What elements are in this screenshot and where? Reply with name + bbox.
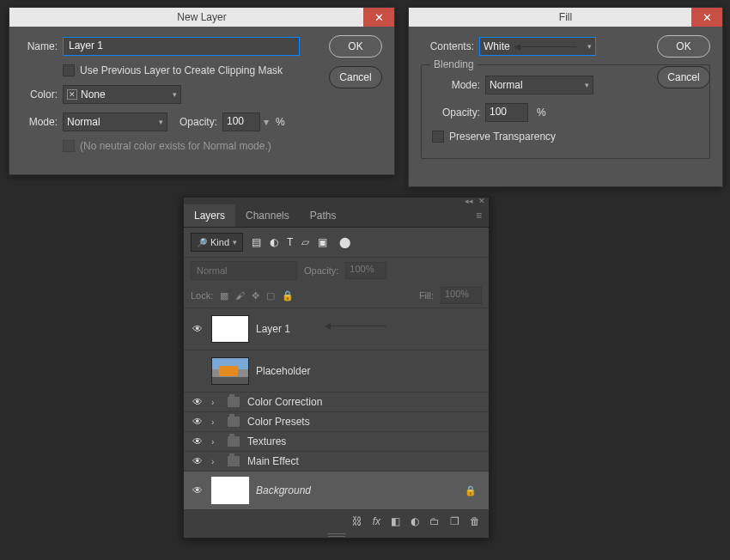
lock-pixels-icon[interactable]: 🖌 <box>235 290 245 301</box>
folder-icon <box>227 416 240 428</box>
lock-transparency-icon[interactable]: ▩ <box>220 290 228 301</box>
ok-button[interactable]: OK <box>657 35 710 58</box>
folder-icon <box>227 435 240 447</box>
preserve-transparency-label: Preserve Transparency <box>449 131 556 143</box>
blend-row: Normal Opacity: 100% <box>184 258 489 283</box>
filter-pixel-icon[interactable]: ▤ <box>252 236 261 248</box>
folder-icon <box>227 396 240 408</box>
neutral-note: (No neutral color exists for Normal mode… <box>80 140 271 152</box>
new-layer-icon[interactable]: ❐ <box>450 515 459 527</box>
percent-label: % <box>537 107 546 119</box>
opacity-label: Opacity: <box>432 107 480 119</box>
trash-icon[interactable]: 🗑 <box>470 515 480 527</box>
layer-group-row[interactable]: 👁 › Color Correction <box>184 393 489 412</box>
lock-icon[interactable]: 🔒 <box>465 485 477 496</box>
filter-kind-label: Kind <box>210 237 229 247</box>
layer-row[interactable]: 👁 Layer 1 <box>184 308 489 350</box>
ok-button[interactable]: OK <box>329 35 382 58</box>
color-value: None <box>81 88 106 100</box>
opacity-input-disabled: 100% <box>345 262 386 279</box>
layer-group-row[interactable]: 👁 › Main Effect <box>184 452 489 472</box>
filter-smart-icon[interactable]: ▣ <box>318 236 327 248</box>
lock-artboard-icon[interactable]: ▢ <box>266 290 275 301</box>
chevron-down-icon: ▾ <box>233 238 237 247</box>
visibility-icon[interactable]: 👁 <box>191 484 204 496</box>
preserve-transparency-checkbox[interactable] <box>432 131 444 143</box>
mode-label: Mode: <box>21 116 58 128</box>
close-icon[interactable]: ✕ <box>478 197 485 205</box>
mode-dropdown[interactable]: Normal ▾ <box>485 76 593 94</box>
filter-toolbar: 🔎 Kind ▾ ▤ ◐ T ▱ ▣ ⬤ <box>184 228 489 258</box>
fill-dialog: Fill ✕ Contents: White ▾ Blending Mode: … <box>408 7 723 187</box>
tab-paths[interactable]: Paths <box>300 204 347 227</box>
name-input[interactable]: Layer 1 <box>63 37 300 56</box>
layer-thumb[interactable] <box>211 477 249 504</box>
folder-icon <box>227 455 240 467</box>
titlebar: Fill ✕ <box>409 8 722 27</box>
new-layer-dialog: New Layer ✕ Name: Layer 1 Use Previous L… <box>9 7 395 175</box>
group-icon[interactable]: 🗀 <box>429 515 440 527</box>
layer-row-selected[interactable]: 👁 Background 🔒 <box>184 472 489 510</box>
color-dropdown[interactable]: ✕None ▾ <box>63 85 181 104</box>
layer-thumb[interactable] <box>211 315 249 343</box>
contents-value: White <box>484 40 510 52</box>
lock-all-icon[interactable]: 🔒 <box>282 290 294 301</box>
color-label: Color: <box>21 88 58 100</box>
layers-panel: ◂◂ ✕ Layers Channels Paths ≡ 🔎 Kind ▾ ▤ … <box>183 197 490 539</box>
close-icon[interactable]: ✕ <box>363 8 394 27</box>
chevron-right-icon[interactable]: › <box>211 457 220 466</box>
mask-icon[interactable]: ◧ <box>391 515 400 527</box>
filter-adjustment-icon[interactable]: ◐ <box>270 236 278 248</box>
close-icon[interactable]: ✕ <box>691 8 722 27</box>
lock-row: Lock: ▩ 🖌 ✥ ▢ 🔒 Fill: 100% <box>184 283 489 308</box>
tab-layers[interactable]: Layers <box>184 204 235 227</box>
layer-name[interactable]: Color Correction <box>247 396 322 408</box>
visibility-icon[interactable]: 👁 <box>191 323 204 335</box>
dialog-title: Fill <box>559 11 572 23</box>
filter-kind-dropdown[interactable]: 🔎 Kind ▾ <box>191 233 243 252</box>
opacity-input[interactable]: 100 <box>485 103 528 122</box>
chevron-right-icon[interactable]: › <box>211 437 220 447</box>
filter-type-icon[interactable]: T <box>287 236 293 248</box>
tab-channels[interactable]: Channels <box>235 204 300 227</box>
titlebar: New Layer ✕ <box>9 8 394 27</box>
collapse-icon[interactable]: ◂◂ <box>465 197 473 205</box>
fx-icon[interactable]: fx <box>373 515 380 527</box>
mode-dropdown[interactable]: Normal ▾ <box>63 113 167 131</box>
layer-group-row[interactable]: 👁 › Color Presets <box>184 412 489 432</box>
filter-shape-icon[interactable]: ▱ <box>301 236 309 248</box>
panel-tabs: Layers Channels Paths ≡ <box>184 204 489 228</box>
layer-name[interactable]: Main Effect <box>247 455 299 467</box>
layer-name[interactable]: Background <box>256 484 311 496</box>
adjustment-icon[interactable]: ◐ <box>411 515 419 527</box>
layer-name[interactable]: Layer 1 <box>256 323 290 335</box>
link-icon[interactable]: ⛓ <box>352 515 362 527</box>
visibility-icon[interactable]: 👁 <box>191 416 204 428</box>
cancel-button[interactable]: Cancel <box>329 66 382 88</box>
cancel-button[interactable]: Cancel <box>657 66 710 88</box>
contents-dropdown[interactable]: White ▾ <box>479 37 596 56</box>
blend-mode-dropdown-disabled: Normal <box>191 261 297 280</box>
layer-group-row[interactable]: 👁 › Textures <box>184 432 489 452</box>
layer-row[interactable]: Placeholder <box>184 350 489 393</box>
opacity-input[interactable]: 100 <box>222 113 260 131</box>
clipping-mask-checkbox[interactable] <box>63 64 75 76</box>
layer-name[interactable]: Color Presets <box>247 416 310 428</box>
filter-toggle-icon[interactable]: ⬤ <box>339 236 350 248</box>
dialog-title: New Layer <box>177 11 226 23</box>
clipping-mask-label: Use Previous Layer to Create Clipping Ma… <box>80 64 283 76</box>
chevron-right-icon[interactable]: › <box>211 398 220 407</box>
layer-name[interactable]: Textures <box>247 435 286 447</box>
flyout-menu-icon[interactable]: ≡ <box>476 210 482 222</box>
lock-position-icon[interactable]: ✥ <box>252 290 259 301</box>
chevron-down-icon[interactable]: ▾ <box>262 116 271 128</box>
visibility-icon[interactable]: 👁 <box>191 396 204 408</box>
layer-thumb[interactable] <box>211 357 249 385</box>
panel-footer: ⛓ fx ◧ ◐ 🗀 ❐ 🗑 <box>184 510 489 533</box>
layer-name[interactable]: Placeholder <box>256 365 310 377</box>
visibility-icon[interactable]: 👁 <box>191 455 204 467</box>
chevron-right-icon[interactable]: › <box>211 417 220 427</box>
visibility-icon[interactable]: 👁 <box>191 435 204 447</box>
mode-label: Mode: <box>432 79 480 91</box>
resize-gripper[interactable] <box>184 533 489 538</box>
